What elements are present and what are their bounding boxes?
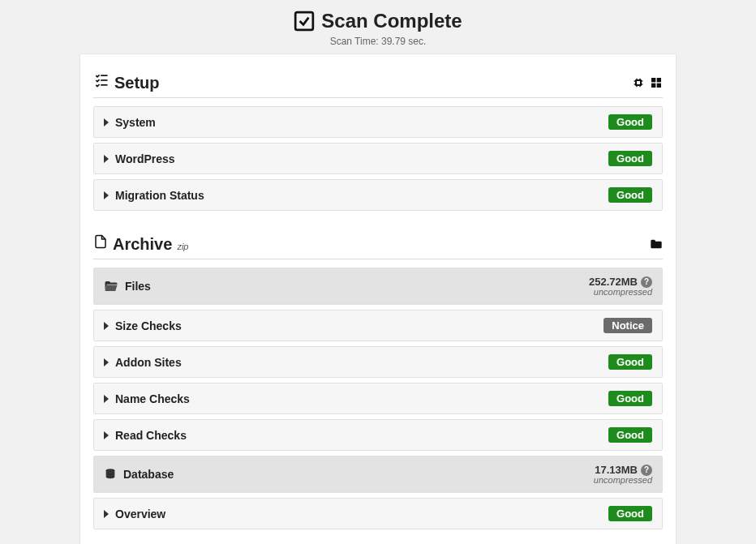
row-migration-status[interactable]: Migration Status Good (93, 179, 663, 211)
page-header: Scan Complete Scan Time: 39.79 sec. (0, 10, 756, 47)
caret-icon (104, 510, 109, 518)
row-label: Migration Status (115, 189, 204, 202)
archive-icon (93, 233, 108, 250)
page-title-text: Scan Complete (321, 10, 462, 32)
status-badge: Good (608, 151, 652, 166)
row-overview[interactable]: Overview Good (93, 498, 663, 529)
svg-rect-5 (637, 81, 640, 84)
group-files: Files 252.72MB ? uncompressed (93, 268, 663, 305)
row-addon-sites[interactable]: Addon Sites Good (93, 346, 663, 378)
row-size-checks[interactable]: Size Checks Notice (93, 310, 663, 341)
archive-suffix: zip (177, 242, 188, 251)
group-note: uncompressed (594, 288, 652, 297)
svg-rect-2 (101, 79, 107, 81)
status-badge: Good (608, 391, 652, 406)
database-icon (104, 468, 117, 481)
row-label: Name Checks (115, 392, 190, 405)
group-label: Files (125, 280, 151, 293)
group-label: Database (123, 468, 174, 481)
caret-icon (104, 191, 109, 199)
row-label: System (115, 116, 156, 129)
help-icon[interactable]: ? (641, 276, 652, 288)
row-label: WordPress (115, 152, 175, 165)
svg-rect-8 (651, 83, 655, 87)
check-icon (294, 11, 315, 32)
group-size: 17.13MB (595, 464, 638, 476)
group-note: uncompressed (594, 476, 652, 485)
status-badge: Good (608, 506, 652, 521)
section-archive-header: Archive zip (93, 225, 663, 259)
status-badge: Good (608, 427, 652, 443)
help-icon[interactable]: ? (641, 465, 652, 476)
section-archive-title: Archive (113, 235, 172, 254)
svg-rect-6 (651, 78, 655, 82)
scan-panel: Setup System Good WordPress Good Migrati… (79, 54, 677, 544)
caret-icon (104, 118, 109, 126)
row-label: Read Checks (115, 429, 187, 442)
svg-rect-3 (101, 84, 107, 86)
cpu-icon[interactable] (632, 76, 645, 89)
svg-rect-7 (657, 78, 661, 82)
folder-open-icon (104, 280, 118, 293)
group-size: 252.72MB (589, 276, 638, 288)
caret-icon (104, 322, 109, 330)
svg-rect-1 (101, 75, 107, 76)
svg-rect-0 (295, 12, 313, 30)
status-badge: Good (608, 114, 652, 130)
row-label: Overview (115, 508, 165, 520)
caret-icon (104, 395, 109, 403)
group-database: Database 17.13MB ? uncompressed (93, 456, 663, 493)
scan-time: Scan Time: 39.79 sec. (0, 36, 756, 47)
status-badge: Notice (604, 318, 652, 333)
status-badge: Good (608, 187, 652, 203)
row-wordpress[interactable]: WordPress Good (93, 143, 663, 174)
status-badge: Good (608, 354, 652, 370)
tasks-icon (93, 72, 110, 88)
svg-rect-9 (657, 83, 661, 87)
section-setup-header: Setup (93, 64, 663, 98)
caret-icon (104, 358, 109, 366)
row-system[interactable]: System Good (93, 106, 663, 138)
page-title: Scan Complete (294, 10, 462, 32)
folder-solid-icon[interactable] (650, 238, 663, 250)
row-read-checks[interactable]: Read Checks Good (93, 419, 663, 451)
row-label: Addon Sites (115, 356, 182, 369)
settings-alt-icon[interactable] (650, 76, 663, 89)
caret-icon (104, 155, 109, 163)
caret-icon (104, 431, 109, 439)
row-name-checks[interactable]: Name Checks Good (93, 383, 663, 414)
section-setup-title: Setup (114, 74, 160, 92)
row-label: Size Checks (115, 319, 182, 332)
